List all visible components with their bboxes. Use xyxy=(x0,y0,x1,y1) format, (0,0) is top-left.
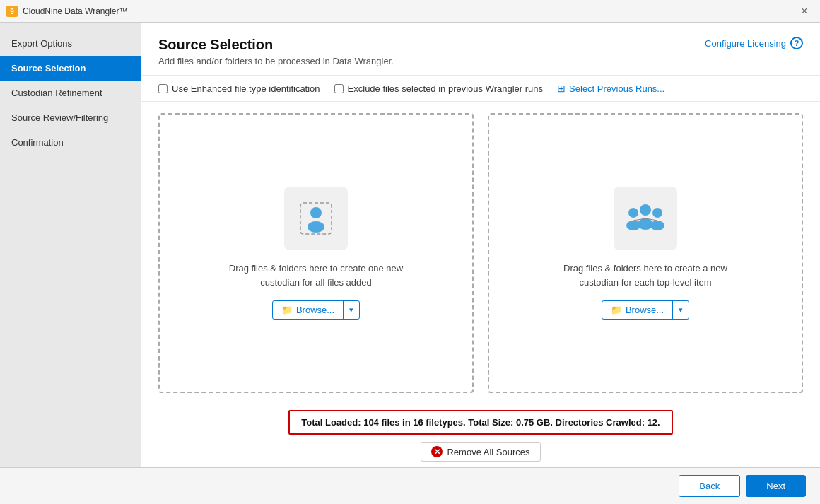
svg-point-3 xyxy=(310,207,322,218)
remove-sources-label: Remove All Sources xyxy=(447,447,529,457)
browse-main-multi[interactable]: 📁 Browse... xyxy=(602,301,673,319)
folder-icon-multi: 📁 xyxy=(611,305,622,315)
svg-point-9 xyxy=(652,208,662,218)
remove-all-sources-button[interactable]: ✕ Remove All Sources xyxy=(421,442,540,462)
status-box: Total Loaded: 104 files in 16 filetypes.… xyxy=(288,410,672,435)
svg-point-10 xyxy=(650,221,664,230)
exclude-prev-runs-label: Exclude files selected in previous Wrang… xyxy=(348,83,544,94)
exclude-prev-runs-input[interactable] xyxy=(334,84,344,93)
sidebar-item-custodian-refinement[interactable]: Custodian Refinement xyxy=(0,81,141,105)
app-icon: 9 xyxy=(6,5,18,18)
footer: Back Next xyxy=(0,467,820,504)
single-custodian-text: Drag files & folders here to create one … xyxy=(229,262,403,289)
close-button[interactable]: × xyxy=(795,1,814,21)
sidebar: Export Options Source Selection Custodia… xyxy=(0,23,141,467)
svg-point-5 xyxy=(628,208,638,218)
enhanced-filetype-input[interactable] xyxy=(158,84,168,93)
configure-licensing-label: Configure Licensing xyxy=(705,38,786,49)
multi-custodian-browse-button[interactable]: 📁 Browse... ▾ xyxy=(602,300,689,320)
select-previous-runs-button[interactable]: ⊞ Select Previous Runs... xyxy=(557,83,664,94)
multi-custodian-icon-wrap xyxy=(614,187,677,250)
browse-dropdown-multi[interactable]: ▾ xyxy=(673,302,689,318)
content-header: Source Selection Add files and/or folder… xyxy=(141,23,820,76)
person-icon xyxy=(295,197,337,240)
multi-custodian-text: Drag files & folders here to create a ne… xyxy=(563,262,727,289)
svg-point-4 xyxy=(308,221,324,233)
browse-label-single: Browse... xyxy=(296,305,334,315)
group-icon xyxy=(621,197,670,240)
svg-text:9: 9 xyxy=(10,8,14,16)
title-bar-left: 9 CloudNine Data Wrangler™ xyxy=(6,5,128,18)
exclude-prev-runs-checkbox[interactable]: Exclude files selected in previous Wrang… xyxy=(334,83,544,94)
single-custodian-icon-wrap xyxy=(284,187,348,250)
sidebar-item-export-options[interactable]: Export Options xyxy=(0,31,141,56)
app-title: CloudNine Data Wrangler™ xyxy=(23,6,128,16)
remove-icon: ✕ xyxy=(431,446,443,457)
page-title: Source Selection xyxy=(158,37,394,53)
select-prev-runs-label: Select Previous Runs... xyxy=(569,83,664,94)
enhanced-filetype-checkbox[interactable]: Use Enhanced file type identification xyxy=(158,83,320,94)
sidebar-item-source-review-filtering[interactable]: Source Review/Filtering xyxy=(0,105,141,130)
header-left: Source Selection Add files and/or folder… xyxy=(158,37,394,66)
toolbar-row: Use Enhanced file type identification Ex… xyxy=(141,76,820,102)
browse-label-multi: Browse... xyxy=(626,305,664,315)
svg-point-7 xyxy=(640,204,651,216)
page-subtitle: Add files and/or folders to be processed… xyxy=(158,56,394,66)
content-area: Source Selection Add files and/or folder… xyxy=(141,23,820,467)
enhanced-filetype-label: Use Enhanced file type identification xyxy=(172,83,320,94)
configure-licensing-button[interactable]: Configure Licensing ? xyxy=(705,37,803,49)
browse-main-single[interactable]: 📁 Browse... xyxy=(273,301,344,319)
prev-runs-icon: ⊞ xyxy=(557,83,566,94)
browse-dropdown-single[interactable]: ▾ xyxy=(344,302,359,318)
folder-icon-single: 📁 xyxy=(281,305,293,315)
help-icon[interactable]: ? xyxy=(790,37,803,49)
sidebar-item-source-selection[interactable]: Source Selection xyxy=(0,56,141,81)
drop-zones-container: Drag files & folders here to create one … xyxy=(141,102,820,404)
multi-custodian-drop-zone[interactable]: Drag files & folders here to create a ne… xyxy=(488,113,803,393)
back-button[interactable]: Back xyxy=(679,475,740,497)
title-bar: 9 CloudNine Data Wrangler™ × xyxy=(0,0,820,23)
main-layout: Export Options Source Selection Custodia… xyxy=(0,23,820,467)
sidebar-item-confirmation[interactable]: Confirmation xyxy=(0,130,141,155)
next-button[interactable]: Next xyxy=(746,475,806,497)
single-custodian-browse-button[interactable]: 📁 Browse... ▾ xyxy=(272,300,360,320)
single-custodian-drop-zone[interactable]: Drag files & folders here to create one … xyxy=(158,113,474,393)
status-section: Total Loaded: 104 files in 16 filetypes.… xyxy=(141,404,820,467)
